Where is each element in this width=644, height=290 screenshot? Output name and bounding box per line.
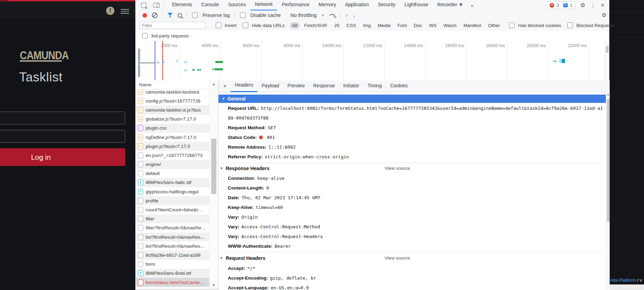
view-source-link[interactable]: View source: [385, 166, 410, 171]
clear-network-log-icon[interactable]: [152, 12, 157, 18]
details-tab-response[interactable]: Response: [309, 80, 339, 91]
name-column-header[interactable]: Name: [136, 80, 218, 89]
has-blocked-cookies-checkbox[interactable]: [509, 23, 515, 28]
tab-sources[interactable]: Sources: [224, 0, 250, 10]
error-issue-badges[interactable]: ✕ 3 1: [547, 1, 575, 9]
request-row[interactable]: <>camunda-tasklist-ui.js?bus: [136, 105, 209, 114]
request-row[interactable]: engine/: [136, 160, 209, 169]
filter-input[interactable]: [140, 22, 205, 29]
close-devtools-icon[interactable]: ×: [601, 1, 604, 9]
request-row[interactable]: TIBMPlexSans-Italic.otf: [136, 178, 209, 187]
export-har-icon[interactable]: ↓: [353, 12, 355, 18]
request-list-scrollbar[interactable]: ▲ ▼: [209, 80, 218, 289]
filter-chip-js[interactable]: JS: [332, 22, 342, 29]
inspect-element-icon[interactable]: [141, 3, 146, 8]
tab-memory[interactable]: Memory: [314, 0, 341, 10]
close-details-icon[interactable]: ×: [218, 83, 231, 89]
overview-scrollbar[interactable]: [605, 41, 609, 80]
search-icon[interactable]: [178, 13, 182, 18]
record-network-log-icon[interactable]: [143, 13, 147, 18]
tab-console[interactable]: Console: [197, 0, 223, 10]
disable-cache-checkbox[interactable]: [240, 12, 246, 18]
throttling-select[interactable]: No throttling: [291, 12, 317, 18]
camunda-platform-link[interactable]: nda Platform: [610, 278, 636, 283]
request-row[interactable]: default: [136, 169, 209, 178]
tab-network[interactable]: Network: [250, 0, 277, 11]
general-section-header[interactable]: ▼ General: [218, 95, 606, 103]
details-tab-initiator[interactable]: Initiator: [339, 80, 363, 91]
import-har-icon[interactable]: ↑: [345, 12, 348, 18]
filter-chip-ws[interactable]: WS: [427, 22, 439, 29]
response-headers-section-header[interactable]: ▼ Response Headers: [220, 165, 269, 172]
filter-chip-other[interactable]: Other: [486, 22, 503, 29]
network-settings-gear-icon[interactable]: ⚙: [602, 12, 607, 18]
chevron-down-icon[interactable]: ▼: [321, 14, 324, 17]
notification-exclamation-icon[interactable]: !: [106, 7, 114, 15]
preserve-log-checkbox[interactable]: [192, 12, 198, 18]
tab-security[interactable]: Security: [373, 0, 400, 10]
request-row[interactable]: <>plugin.js?bust=7.17.0: [136, 142, 209, 151]
tab-application[interactable]: Application: [341, 0, 373, 10]
hide-data-urls-checkbox[interactable]: [243, 23, 248, 28]
filter-chip-doc[interactable]: Doc: [411, 22, 424, 29]
scroll-down-icon[interactable]: ▼: [209, 283, 218, 287]
tab-performance[interactable]: Performance: [277, 0, 314, 10]
details-scrollbar[interactable]: ▲: [606, 92, 610, 290]
request-row[interactable]: profile: [136, 196, 209, 205]
request-row[interactable]: 8cf9a26e-b917-11ed-a189: [136, 251, 209, 260]
request-row[interactable]: <>config.js?bust=167777726: [136, 96, 209, 105]
details-tab-headers[interactable]: Headers: [231, 80, 257, 92]
scroll-up-icon[interactable]: ▲: [209, 82, 218, 86]
request-row[interactable]: list?firstResult=0&maxRes…: [136, 241, 209, 251]
tab-elements[interactable]: Elements: [168, 0, 197, 10]
request-row[interactable]: TIBMPlexSans-Bold.otf: [136, 269, 209, 278]
filter-chip-font[interactable]: Font: [395, 22, 409, 29]
details-tab-cookies[interactable]: Cookies: [386, 80, 412, 91]
filter-chip-media[interactable]: Media: [375, 22, 393, 29]
filter-chip-fetch-xhr[interactable]: Fetch/XHR: [302, 22, 329, 29]
view-source-link[interactable]: View source: [385, 255, 410, 261]
more-options-icon[interactable]: ⋮: [590, 2, 596, 9]
request-row[interactable]: form: [136, 260, 209, 269]
blocked-requests-checkbox[interactable]: [567, 23, 573, 28]
filter-chip-all[interactable]: All: [290, 22, 300, 29]
tab-recorder[interactable]: Recorder: [433, 0, 467, 10]
details-tab-preview[interactable]: Preview: [283, 80, 309, 91]
filter-chip-wasm[interactable]: Wasm: [441, 22, 459, 29]
invert-checkbox[interactable]: [216, 23, 221, 28]
tab-lighthouse[interactable]: Lighthouse: [400, 0, 433, 10]
request-row[interactable]: <>ngDefine.js?bust=7.17.0: [136, 133, 209, 142]
request-row[interactable]: formStatus.html?noCache…: [136, 278, 209, 287]
username-field[interactable]: [0, 112, 125, 124]
password-field[interactable]: [0, 130, 125, 143]
request-row[interactable]: filter: [136, 214, 209, 223]
filter-chip-manifest[interactable]: Manifest: [461, 22, 483, 29]
login-button[interactable]: Log in: [0, 148, 125, 166]
filter-funnel-icon[interactable]: [168, 13, 173, 18]
request-row[interactable]: count?itemCount=false&r…: [136, 205, 209, 214]
request-row[interactable]: list?firstResult=0&maxRes…: [136, 232, 209, 241]
more-tabs-icon[interactable]: »: [467, 2, 477, 8]
css-file-icon: /: [138, 125, 143, 131]
scrollbar-thumb[interactable]: [607, 99, 610, 222]
scroll-up-icon[interactable]: ▲: [606, 93, 610, 96]
request-headers-section-header[interactable]: ▼ Request Headers: [220, 255, 265, 262]
request-row[interactable]: /plugin.css: [136, 124, 209, 133]
filter-chip-css[interactable]: CSS: [344, 22, 359, 29]
filter-chip-img[interactable]: Img: [361, 22, 373, 29]
network-overview-timeline[interactable]: 2000 ms4000 ms6000 ms8000 ms10000 ms1200…: [136, 41, 609, 81]
hamburger-menu-icon[interactable]: [121, 9, 129, 14]
device-toolbar-icon[interactable]: [153, 3, 159, 8]
settings-gear-icon[interactable]: ⚙: [580, 2, 585, 9]
third-party-checkbox[interactable]: [142, 33, 148, 38]
request-row[interactable]: en.json?_=1677777266773: [136, 151, 209, 160]
request-name: list?firstResult=0&maxRes…: [146, 235, 205, 240]
details-tab-timing[interactable]: Timing: [363, 80, 386, 91]
network-conditions-icon[interactable]: [329, 13, 335, 18]
request-row[interactable]: <>globalize.js?bust=7.17.0: [136, 115, 209, 124]
request-row[interactable]: Tglyphicons-halflings-regul: [136, 187, 209, 196]
details-tab-payload[interactable]: Payload: [257, 80, 283, 91]
request-row[interactable]: <>camunda-tasklist-bootstra: [136, 89, 209, 96]
scrollbar-thumb[interactable]: [211, 139, 216, 194]
request-row[interactable]: filter?firstResult=0&maxRe…: [136, 223, 209, 232]
